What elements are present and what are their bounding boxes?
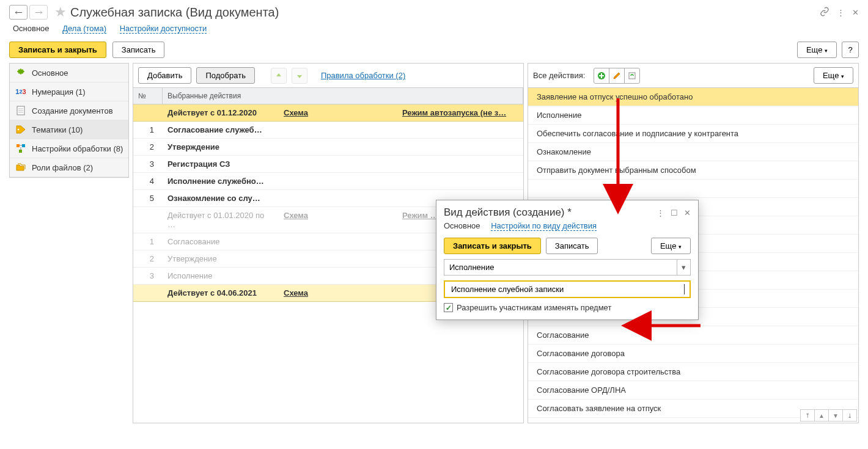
annotation-arrow-down — [612, 98, 624, 208]
sidebar-item-label: Роли файлов (2) — [32, 163, 93, 172]
action-list-item[interactable]: Согласование договора — [528, 345, 858, 363]
tag-icon — [15, 125, 27, 134]
sidebar-item-label: Основное — [32, 68, 68, 78]
help-button[interactable]: ? — [842, 42, 859, 58]
refresh-button[interactable] — [624, 68, 640, 84]
move-down-button[interactable] — [292, 68, 307, 84]
more-button[interactable]: Еще ▾ — [797, 42, 837, 58]
folders-icon — [15, 162, 27, 172]
dialog-save-close-button[interactable]: Записать и закрыть — [444, 238, 541, 254]
svg-rect-10 — [629, 73, 635, 79]
edit-action-button[interactable] — [609, 68, 625, 84]
gear-icon — [15, 68, 27, 78]
action-list-item[interactable]: Исполнение — [528, 106, 858, 125]
grid-header: № Выбранные действия — [133, 87, 523, 104]
scheme-link[interactable]: Схема — [279, 104, 397, 121]
save-button[interactable]: Записать — [112, 42, 165, 58]
mode-link[interactable]: Режим автозапуска (не з… — [397, 104, 523, 121]
allow-change-checkbox[interactable]: ✓ — [444, 303, 453, 312]
document-icon — [15, 106, 27, 115]
sidebar-item-processing[interactable]: Настройки обработки (8) — [10, 139, 128, 158]
table-row[interactable]: 3Регистрация СЗ — [133, 156, 523, 173]
scheme-link[interactable]: Схема — [279, 207, 397, 233]
more-button-right[interactable]: Еще ▾ — [814, 67, 853, 84]
save-close-button[interactable]: Записать и закрыть — [9, 42, 106, 58]
dialog-kebab-icon[interactable]: ⋮ — [657, 208, 664, 217]
pick-button[interactable]: Подобрать — [196, 67, 254, 84]
group-label: Действует с 01.12.2020 — [163, 104, 279, 121]
action-list-item[interactable]: Согласование ОРД/ЛНА — [528, 381, 858, 400]
page-title: Служебная записка (Вид документа) — [70, 5, 279, 20]
list-nav: ⤒ ▲ ▼ ⤓ — [801, 409, 857, 422]
dialog-save-button[interactable]: Записать — [546, 238, 598, 254]
dialog-tab-settings[interactable]: Настройки по виду действия — [491, 221, 597, 231]
action-type-dialog: Вид действия (создание) * ⋮ ☐ ✕ Основное… — [436, 200, 699, 320]
sidebar-item-numbering[interactable]: 123 Нумерация (1) — [10, 82, 128, 101]
sidebar-item-label: Тематики (10) — [32, 125, 83, 134]
tab-main[interactable]: Основное — [13, 24, 50, 33]
workflow-icon — [15, 144, 27, 153]
dialog-more-button[interactable]: Еще ▾ — [651, 238, 691, 254]
svg-rect-8 — [19, 150, 22, 153]
svg-rect-6 — [17, 144, 20, 147]
col-number: № — [133, 88, 163, 104]
table-row[interactable]: 2Утверждение — [133, 139, 523, 156]
nav-down-button[interactable]: ▼ — [828, 409, 843, 422]
sidebar-item-doc-create[interactable]: Создание документов — [10, 101, 128, 120]
favorite-star-icon[interactable]: ★ — [54, 4, 67, 20]
link-icon[interactable] — [820, 7, 829, 18]
scheme-link[interactable]: Схема — [279, 285, 397, 301]
group-label: Действует с 01.01.2020 по … — [163, 207, 279, 233]
action-name-input[interactable] — [450, 284, 685, 294]
close-icon[interactable]: ✕ — [852, 8, 859, 17]
action-type-input[interactable] — [444, 260, 677, 275]
nav-forward-button[interactable]: 🡒 — [29, 5, 48, 20]
processing-rules-link[interactable]: Правила обработки (2) — [321, 71, 405, 80]
svg-point-5 — [18, 129, 20, 131]
add-action-button[interactable] — [594, 68, 609, 84]
sidebar: Основное 123 Нумерация (1) Создание доку… — [9, 63, 129, 178]
dialog-tab-main[interactable]: Основное — [444, 221, 480, 230]
dialog-title: Вид действия (создание) * — [444, 206, 572, 219]
checkbox-label: Разрешить участникам изменять предмет — [457, 303, 611, 312]
action-list-item[interactable]: Заявление на отпуск успешно обработано — [528, 88, 858, 106]
action-list-item[interactable]: Согласование договора строительства — [528, 363, 858, 381]
nav-up-button[interactable]: ▲ — [814, 409, 829, 422]
sidebar-item-file-roles[interactable]: Роли файлов (2) — [10, 158, 128, 177]
tab-cases[interactable]: Дела (тома) — [62, 24, 106, 34]
nav-top-button[interactable]: ⤒ — [800, 409, 815, 422]
action-list-item[interactable] — [528, 180, 858, 198]
sidebar-item-main[interactable]: Основное — [10, 64, 128, 82]
numbers-icon: 123 — [15, 87, 27, 97]
svg-rect-7 — [22, 144, 25, 147]
group-row[interactable]: Действует с 01.12.2020СхемаРежим автозап… — [133, 104, 523, 122]
tab-access[interactable]: Настройки доступности — [120, 24, 207, 34]
nav-bottom-button[interactable]: ⤓ — [842, 409, 857, 422]
sidebar-item-label: Настройки обработки (8) — [32, 144, 123, 153]
action-list-item[interactable]: Отправить документ выбранным способом — [528, 161, 858, 180]
group-label: Действует с 04.06.2021 — [163, 285, 279, 301]
dropdown-icon[interactable]: ▾ — [677, 260, 690, 275]
nav-back-button[interactable]: 🡐 — [9, 5, 28, 20]
dialog-maximize-icon[interactable]: ☐ — [671, 208, 678, 217]
add-button[interactable]: Добавить — [138, 67, 191, 84]
sidebar-item-label: Создание документов — [32, 106, 113, 115]
sidebar-item-topics[interactable]: Тематики (10) — [10, 120, 128, 139]
action-type-select[interactable]: ▾ — [444, 259, 691, 276]
annotation-arrow-left — [630, 319, 704, 332]
action-name-field[interactable] — [444, 280, 691, 298]
kebab-icon[interactable]: ⋮ — [837, 8, 845, 17]
col-actions: Выбранные действия — [163, 88, 523, 104]
dialog-close-icon[interactable]: ✕ — [684, 208, 691, 217]
table-row[interactable]: 4Исполнение служебно… — [133, 173, 523, 190]
action-list-item[interactable]: Ознакомление — [528, 143, 858, 161]
move-up-button[interactable] — [271, 68, 287, 84]
sidebar-item-label: Нумерация (1) — [32, 87, 86, 97]
action-list-item[interactable]: Обеспечить согласование и подписание у к… — [528, 125, 858, 143]
all-actions-label: Все действия: — [533, 71, 585, 80]
table-row[interactable]: 1Согласование служеб… — [133, 122, 523, 139]
